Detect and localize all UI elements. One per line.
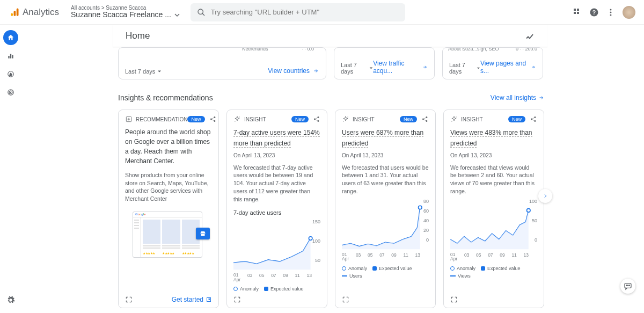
svg-point-54 bbox=[626, 285, 627, 286]
expand-icon[interactable] bbox=[450, 296, 458, 303]
help-icon[interactable]: ? bbox=[589, 8, 599, 17]
nav-reports[interactable] bbox=[3, 48, 18, 63]
card-description: Show products from your online store on … bbox=[125, 171, 212, 203]
view-countries-link[interactable]: View countries bbox=[268, 67, 319, 75]
card-date: On April 13, 2023 bbox=[342, 152, 429, 158]
svg-line-41 bbox=[424, 118, 426, 119]
nav-explore[interactable] bbox=[3, 67, 18, 82]
new-badge: New bbox=[187, 116, 204, 122]
svg-point-20 bbox=[10, 92, 11, 92]
page-footer: © 2023 Google | Analytics home | Terms o… bbox=[118, 308, 545, 313]
card-description: We forecasted that users would be betwee… bbox=[342, 164, 429, 195]
arrow-right-icon bbox=[422, 64, 428, 70]
card-tag: INSIGHT bbox=[353, 117, 375, 122]
page-subheader: Home bbox=[113, 25, 547, 47]
nav-admin[interactable] bbox=[3, 293, 18, 308]
new-badge: New bbox=[400, 116, 417, 122]
svg-point-38 bbox=[422, 119, 424, 120]
svg-point-44 bbox=[456, 117, 457, 117]
chevron-down-icon bbox=[174, 12, 180, 18]
share-icon[interactable] bbox=[530, 115, 537, 123]
chart-x-axis: 01Apr030507091113 bbox=[450, 252, 537, 261]
svg-point-23 bbox=[214, 117, 215, 118]
view-traffic-link[interactable]: View traffic acqu... bbox=[373, 60, 428, 75]
insights-icon[interactable] bbox=[525, 31, 535, 41]
insight-card-7day-active-users: INSIGHT New 7-day active users were 154%… bbox=[226, 110, 327, 308]
card-title: 7-day active users were 154% more than p… bbox=[233, 129, 320, 148]
card-date: On April 13, 2023 bbox=[233, 152, 320, 158]
expand-icon[interactable] bbox=[233, 296, 241, 303]
svg-line-34 bbox=[316, 120, 318, 121]
svg-point-11 bbox=[610, 9, 612, 10]
card-tag: INSIGHT bbox=[461, 117, 483, 122]
svg-point-32 bbox=[317, 120, 319, 122]
property-name: Suzanne Scacca Freelance ... bbox=[71, 11, 171, 19]
search-input[interactable] bbox=[211, 8, 399, 16]
chat-icon bbox=[624, 282, 632, 290]
insight-icon bbox=[233, 115, 241, 123]
analytics-logo-icon bbox=[10, 8, 19, 17]
share-icon[interactable] bbox=[209, 115, 217, 123]
svg-point-31 bbox=[317, 117, 319, 118]
svg-point-56 bbox=[629, 285, 630, 286]
chart-x-axis: 01Apr030507091113 bbox=[233, 273, 320, 282]
merchant-center-illustration: Google ★★★★★ ★★★★★ ★★★★★ bbox=[125, 208, 212, 262]
user-avatar[interactable] bbox=[623, 6, 635, 19]
product-logo[interactable]: Analytics bbox=[5, 7, 63, 18]
share-icon[interactable] bbox=[421, 115, 429, 123]
chart-legend: AnomalyExpected value bbox=[342, 266, 429, 271]
view-pages-link[interactable]: View pages and s... bbox=[480, 60, 536, 75]
svg-point-28 bbox=[239, 117, 240, 117]
view-all-insights-link[interactable]: View all insights bbox=[491, 94, 545, 101]
page-title: Home bbox=[126, 31, 150, 41]
target-icon bbox=[7, 89, 14, 96]
expand-icon[interactable] bbox=[125, 296, 133, 303]
svg-line-33 bbox=[316, 118, 318, 119]
svg-rect-5 bbox=[574, 9, 576, 11]
side-nav bbox=[0, 25, 21, 313]
svg-rect-15 bbox=[10, 54, 11, 59]
insight-icon bbox=[450, 115, 458, 123]
overview-card-countries: Netherlands · · 0.0 Last 7 days View cou… bbox=[118, 47, 326, 79]
svg-point-46 bbox=[531, 119, 532, 120]
expand-icon[interactable] bbox=[342, 296, 349, 303]
chart-title: 7-day active users bbox=[233, 209, 320, 216]
arrow-right-icon bbox=[538, 94, 545, 101]
date-range-selector[interactable]: Last 7 days bbox=[125, 68, 162, 75]
search-box[interactable] bbox=[191, 3, 405, 21]
svg-rect-14 bbox=[8, 56, 9, 59]
new-badge: New bbox=[291, 116, 309, 122]
overview-card-pages: About Suza...sign, SEO 0 · · 200.0 Last … bbox=[442, 47, 543, 79]
more-vert-icon[interactable] bbox=[606, 8, 615, 17]
card-date: On April 13, 2023 bbox=[450, 152, 537, 158]
get-started-button[interactable]: Get started bbox=[172, 296, 212, 303]
svg-point-36 bbox=[348, 117, 348, 117]
svg-line-50 bbox=[532, 120, 535, 121]
date-range-selector[interactable]: Last 7 days bbox=[449, 62, 480, 75]
recommendation-icon bbox=[125, 115, 133, 123]
recommendation-card-merchant-center: RECOMMENDATION New People around the wor… bbox=[118, 110, 219, 308]
bar-chart-icon bbox=[7, 52, 14, 60]
carousel-next-button-icon[interactable] bbox=[538, 189, 552, 203]
svg-point-35 bbox=[309, 237, 312, 240]
svg-point-3 bbox=[198, 9, 203, 14]
card-title: Views were 483% more than predicted bbox=[450, 129, 532, 148]
svg-point-55 bbox=[627, 285, 628, 286]
date-range-selector[interactable]: Last 7 days bbox=[341, 62, 373, 75]
apps-icon[interactable] bbox=[573, 8, 582, 17]
share-icon[interactable] bbox=[313, 115, 320, 123]
chat-bubble-button[interactable] bbox=[620, 279, 635, 294]
nav-advertising[interactable] bbox=[3, 85, 18, 100]
account-selector[interactable]: All accounts > Suzanne Scacca Suzanne Sc… bbox=[71, 5, 180, 19]
home-icon bbox=[7, 34, 14, 41]
nav-home[interactable] bbox=[3, 30, 18, 45]
svg-line-49 bbox=[532, 118, 535, 119]
svg-line-26 bbox=[211, 120, 214, 121]
svg-rect-7 bbox=[574, 12, 576, 14]
svg-point-37 bbox=[343, 121, 343, 122]
card-title: People around the world shop on Google o… bbox=[125, 128, 210, 165]
svg-point-47 bbox=[534, 117, 536, 118]
insight-chart: 806040200 bbox=[342, 199, 429, 252]
insight-chart: 100500 bbox=[450, 199, 537, 252]
svg-rect-1 bbox=[14, 11, 16, 16]
